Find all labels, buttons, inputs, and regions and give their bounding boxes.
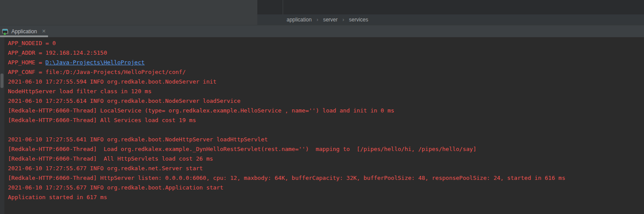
console-line: Application started in 617 ms bbox=[8, 193, 644, 202]
console-text: [Redkale-HTTP:6060-Thread] Load org.redk… bbox=[8, 146, 476, 152]
console-line: 2021-06-10 17:27:55.594 INFO org.redkale… bbox=[8, 77, 644, 87]
breadcrumb-item-application[interactable]: application bbox=[287, 17, 312, 23]
editor-split-divider bbox=[283, 0, 283, 14]
breadcrumb: application›server›services bbox=[257, 14, 644, 25]
console-text: APP_NODEID = 0 bbox=[8, 40, 56, 46]
console-line: [Redkale-HTTP:6060-Thread] All Services … bbox=[8, 116, 644, 125]
console-line: APP_CONF = file:/D:/Java-Projects/HelloP… bbox=[8, 67, 644, 77]
console-text: NodeHttpServer load filter class in 120 … bbox=[8, 88, 152, 95]
run-toolwindow-tab-bar: Application ✕ bbox=[0, 25, 644, 37]
top-header-row: application›server›services bbox=[0, 0, 644, 25]
console-text: APP_ADDR = 192.168.124.2:5150 bbox=[8, 49, 107, 56]
console-text: 2021-06-10 17:27:55.594 INFO org.redkale… bbox=[8, 78, 216, 85]
console-text: 2021-06-10 17:27:55.677 INFO org.redkale… bbox=[8, 165, 203, 172]
console-line: 2021-06-10 17:27:55.641 INFO org.redkale… bbox=[8, 135, 644, 144]
console-text: 2021-06-10 17:27:55.677 INFO org.redkale… bbox=[8, 184, 223, 191]
breadcrumb-item-server[interactable]: server bbox=[323, 17, 337, 23]
console-text: [Redkale-HTTP:6060-Thread] All Services … bbox=[8, 117, 196, 123]
console-line: 2021-06-10 17:27:55.677 INFO org.redkale… bbox=[8, 183, 644, 193]
console-line: 2021-06-10 17:27:55.614 INFO org.redkale… bbox=[8, 96, 644, 106]
console-text: 2021-06-10 17:27:55.641 INFO org.redkale… bbox=[8, 136, 268, 143]
run-console-icon bbox=[1, 28, 9, 35]
console-panel: APP_NODEID = 0APP_ADDR = 192.168.124.2:5… bbox=[0, 37, 644, 214]
console-text: APP_HOME = bbox=[8, 59, 45, 66]
breadcrumb-separator-icon: › bbox=[343, 17, 344, 23]
breadcrumb-item-services[interactable]: services bbox=[349, 17, 368, 23]
scrollbar-thumb[interactable] bbox=[0, 74, 3, 88]
console-line: [Redkale-HTTP:6060-Thread] Load org.redk… bbox=[8, 144, 644, 154]
console-text: APP_CONF = file:/D:/Java-Projects/HelloP… bbox=[8, 69, 186, 75]
console-text: [Redkale-HTTP:6060-Thread] LocalService … bbox=[8, 107, 394, 114]
console-line: APP_ADDR = 192.168.124.2:5150 bbox=[8, 48, 644, 58]
console-text: [Redkale-HTTP:6060-Thread] HttpServer li… bbox=[8, 175, 565, 181]
console-text: Application started in 617 ms bbox=[8, 194, 107, 200]
console-line: NodeHttpServer load filter class in 120 … bbox=[8, 87, 644, 96]
console-link[interactable]: D:\Java-Projects\HelloProject bbox=[45, 59, 145, 66]
left-blank-panel bbox=[0, 0, 257, 25]
console-output[interactable]: APP_NODEID = 0APP_ADDR = 192.168.124.2:5… bbox=[4, 37, 644, 214]
console-text: [Redkale-HTTP:6060-Thread] All HttpServl… bbox=[8, 155, 213, 162]
editor-blank-area bbox=[257, 0, 644, 14]
console-line bbox=[8, 125, 644, 135]
console-text: 2021-06-10 17:27:55.614 INFO org.redkale… bbox=[8, 98, 240, 104]
console-line: [Redkale-HTTP:6060-Thread] HttpServer li… bbox=[8, 173, 644, 183]
tab-label: Application bbox=[11, 28, 37, 35]
close-icon[interactable]: ✕ bbox=[41, 28, 47, 35]
console-gutter bbox=[0, 37, 4, 214]
console-line: APP_NODEID = 0 bbox=[8, 39, 644, 48]
ide-run-window: application›server›services Application … bbox=[0, 0, 644, 214]
console-line: APP_HOME = D:\Java-Projects\HelloProject bbox=[8, 58, 644, 67]
console-line: 2021-06-10 17:27:55.677 INFO org.redkale… bbox=[8, 164, 644, 173]
console-line: [Redkale-HTTP:6060-Thread] All HttpServl… bbox=[8, 154, 644, 164]
breadcrumb-separator-icon: › bbox=[316, 17, 318, 23]
console-line: [Redkale-HTTP:6060-Thread] LocalService … bbox=[8, 106, 644, 116]
editor-region: application›server›services bbox=[257, 0, 644, 25]
